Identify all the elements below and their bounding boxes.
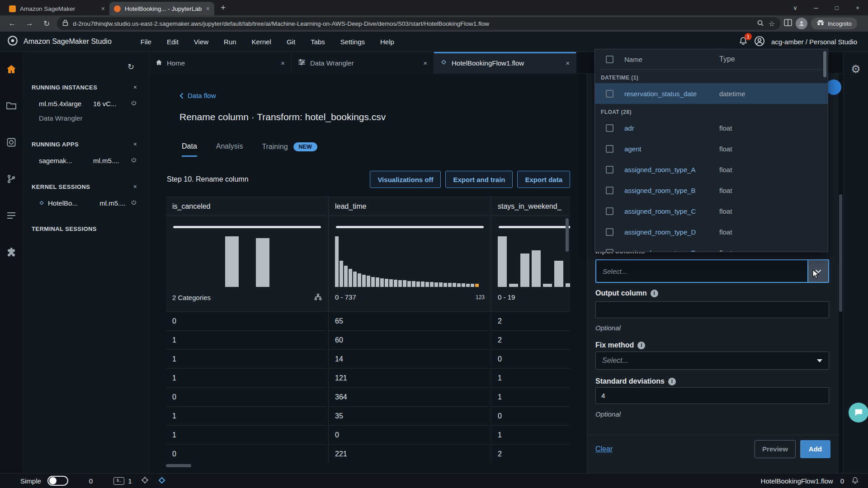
panel-sub-item[interactable]: Data Wrangler (32, 111, 149, 125)
split-view-icon[interactable] (784, 19, 792, 28)
dropdown-option[interactable]: adrfloat (595, 117, 828, 138)
menu-settings[interactable]: Settings (340, 38, 365, 46)
dropdown-option[interactable]: assigned_room_type_Bfloat (595, 180, 828, 201)
browser-tab-sagemaker[interactable]: Amazon SageMaker × (5, 2, 109, 15)
table-row[interactable]: 1602 (166, 331, 570, 350)
extensions-puzzle-icon[interactable] (6, 247, 17, 258)
file-browser-icon[interactable] (6, 100, 17, 111)
hierarchy-icon[interactable] (314, 293, 322, 302)
dropdown-scrollbar[interactable] (823, 51, 826, 77)
reload-icon[interactable]: ↻ (40, 17, 53, 30)
user-avatar-icon[interactable] (754, 36, 765, 48)
standard-deviations-input[interactable]: 4 (595, 387, 829, 404)
address-bar[interactable]: d-2rou7thinqlw.studio.us-east-2.sagemake… (57, 17, 780, 30)
zoom-icon[interactable] (757, 19, 764, 28)
back-to-data-flow-link[interactable]: Data flow (179, 92, 216, 99)
checkbox[interactable] (606, 249, 613, 253)
export-data-button[interactable]: Export data (517, 171, 570, 188)
gear-icon[interactable]: ⚙ (851, 63, 861, 75)
table-row[interactable]: 03641 (166, 388, 570, 407)
git-icon[interactable] (6, 174, 17, 184)
dropdown-option[interactable]: assigned_room_type_Dfloat (595, 221, 828, 242)
dropdown-option[interactable]: assigned_room_type_Cfloat (595, 201, 828, 221)
output-column-input[interactable] (595, 301, 829, 318)
new-tab-button[interactable]: + (221, 3, 226, 13)
column-header[interactable]: is_canceled (166, 197, 329, 216)
tab-data[interactable]: Data (182, 142, 197, 157)
table-row[interactable]: 11211 (166, 369, 570, 388)
menu-view[interactable]: View (194, 38, 208, 46)
histogram-stays-weekend[interactable]: 0 - 19 (491, 216, 570, 311)
power-icon[interactable] (131, 100, 137, 108)
menu-help[interactable]: Help (380, 38, 394, 46)
tab-home[interactable]: Home × (149, 52, 292, 74)
dropdown-option[interactable]: assigned_room_type_Efloat (595, 242, 828, 252)
tab-hotelbookingflow[interactable]: HotelBookingFlow1.flow × (434, 52, 576, 74)
close-icon[interactable]: × (101, 5, 105, 12)
user-label[interactable]: acg-amber / Personal Studio (771, 38, 857, 46)
close-icon[interactable]: × (281, 59, 285, 67)
checkbox[interactable] (606, 90, 613, 98)
tab-training[interactable]: Training NEW (262, 142, 317, 156)
table-vertical-scrollbar[interactable] (566, 218, 569, 252)
table-row[interactable]: 101 (166, 426, 570, 445)
export-and-train-button[interactable]: Export and train (445, 171, 513, 188)
data-wrangler-logo-icon[interactable] (158, 476, 166, 486)
panel-item[interactable]: sagemak...ml.m5.... (32, 153, 137, 168)
menu-file[interactable]: File (141, 38, 151, 46)
table-horizontal-scrollbar[interactable] (166, 464, 191, 467)
bookmark-star-icon[interactable]: ☆ (769, 19, 775, 28)
checkbox[interactable] (606, 187, 613, 194)
chat-widget-button[interactable] (849, 403, 868, 422)
notification-circle[interactable] (826, 80, 841, 95)
table-row[interactable]: 1140 (166, 350, 570, 369)
table-of-contents-icon[interactable] (6, 210, 17, 221)
table-row[interactable]: 02212 (166, 445, 570, 463)
back-icon[interactable]: ← (5, 17, 19, 30)
maximize-button[interactable]: □ (826, 0, 847, 15)
power-icon[interactable] (131, 199, 137, 207)
close-window-button[interactable]: × (847, 0, 868, 15)
range-slider[interactable] (336, 226, 484, 228)
menu-git[interactable]: Git (287, 38, 295, 46)
info-icon[interactable]: i (651, 290, 658, 297)
add-button[interactable]: Add (800, 440, 830, 458)
dropdown-option[interactable]: agentfloat (595, 138, 828, 159)
info-icon[interactable]: i (637, 342, 645, 349)
terminal-icon[interactable]: $_ (113, 477, 124, 485)
running-instances-icon[interactable] (6, 137, 17, 148)
forward-icon[interactable]: → (23, 17, 36, 30)
clear-link[interactable]: Clear (595, 445, 613, 453)
browser-tab-jupyterlab[interactable]: HotelBooking... - JupyterLab × (109, 2, 214, 15)
home-icon[interactable] (6, 64, 17, 75)
histogram-lead-time[interactable]: 0 - 737 123 (329, 216, 491, 311)
checkbox[interactable] (606, 207, 613, 215)
bell-icon[interactable] (851, 476, 859, 486)
browser-avatar[interactable] (796, 18, 807, 29)
panel-item[interactable]: HotelBo...ml.m5.... (32, 196, 137, 210)
close-icon[interactable]: × (133, 183, 137, 190)
simple-mode-toggle[interactable] (47, 476, 68, 486)
close-icon[interactable]: × (133, 141, 137, 148)
menu-kernel[interactable]: Kernel (252, 38, 271, 46)
preview-button[interactable]: Preview (755, 440, 796, 458)
tab-search-icon[interactable]: ∨ (785, 0, 806, 15)
checkbox[interactable] (606, 145, 613, 153)
dropdown-option[interactable]: assigned_room_type_Afloat (595, 159, 828, 180)
input-columns-select[interactable]: Select... (595, 259, 829, 283)
menu-edit[interactable]: Edit (167, 38, 179, 46)
visualizations-off-button[interactable]: Visualizations off (370, 171, 441, 188)
column-header[interactable]: stays_in_weekend_ (491, 197, 570, 216)
tab-analysis[interactable]: Analysis (216, 142, 243, 155)
checkbox[interactable] (606, 124, 613, 132)
close-icon[interactable]: × (133, 84, 137, 91)
checkbox[interactable] (606, 166, 613, 174)
crosshair-icon[interactable] (141, 476, 149, 485)
histogram-is-canceled[interactable]: 2 Categories (166, 216, 329, 311)
refresh-icon[interactable]: ↻ (127, 62, 134, 72)
menu-run[interactable]: Run (224, 38, 236, 46)
dropdown-option[interactable]: reservation_status_datedatetime (595, 83, 828, 104)
panel-item[interactable]: ml.m5.4xlarge16 vC... (32, 96, 137, 111)
menu-tabs[interactable]: Tabs (311, 38, 325, 46)
table-row[interactable]: 0652 (166, 312, 570, 331)
